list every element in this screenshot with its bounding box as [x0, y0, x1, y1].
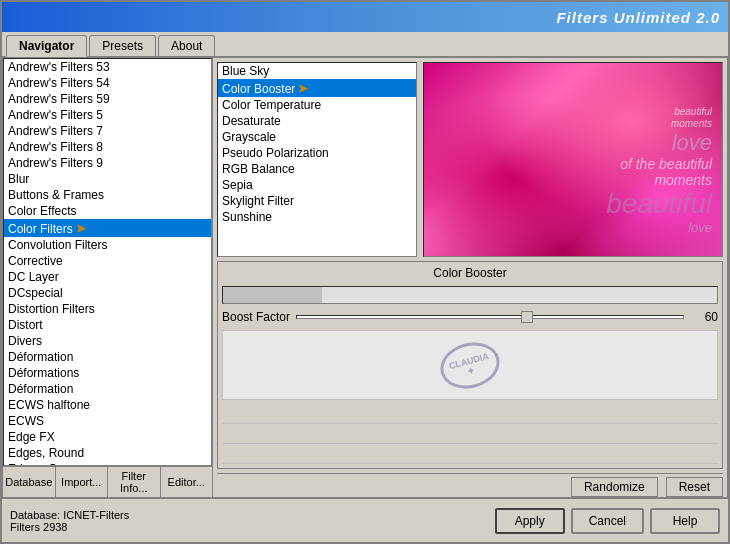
- left-list-item[interactable]: Divers: [4, 333, 211, 349]
- left-list-item[interactable]: Andrew's Filters 5: [4, 107, 211, 123]
- empty-row-1: [222, 406, 718, 424]
- database-value: ICNET-Filters: [63, 509, 129, 521]
- controls-area: Color Booster Boost Factor 60 CLAUDI: [217, 261, 723, 469]
- left-list-item[interactable]: Déformation: [4, 381, 211, 397]
- left-toolbar: Database Import... Filter Info... Editor…: [3, 466, 212, 497]
- filter-info-button[interactable]: Filter Info...: [108, 467, 161, 497]
- left-list-item[interactable]: Andrew's Filters 54: [4, 75, 211, 91]
- boost-factor-row: Boost Factor 60: [222, 310, 718, 324]
- boost-factor-value: 60: [688, 310, 718, 324]
- preview-area: beautiful moments love of the beautiful …: [423, 62, 723, 257]
- left-list-item[interactable]: Andrew's Filters 59: [4, 91, 211, 107]
- import-button[interactable]: Import...: [56, 467, 109, 497]
- filter-title: Color Booster: [222, 266, 718, 280]
- left-list-item[interactable]: Déformations: [4, 365, 211, 381]
- stamp-area: CLAUDIA ✦: [222, 330, 718, 400]
- filters-label: Filters: [10, 521, 40, 533]
- left-panel: Andrew's Filters 53Andrew's Filters 54An…: [3, 58, 213, 497]
- left-list-item[interactable]: DCspecial: [4, 285, 211, 301]
- left-list-item[interactable]: Andrew's Filters 53: [4, 59, 211, 75]
- preview-text-overlay: beautiful moments love of the beautiful …: [606, 106, 712, 236]
- left-list-item[interactable]: Edges, Square: [4, 461, 211, 466]
- status-info: Database: ICNET-Filters Filters 2938: [10, 509, 129, 533]
- database-label: Database:: [10, 509, 60, 521]
- tab-about[interactable]: About: [158, 35, 215, 56]
- left-list-item[interactable]: Andrew's Filters 7: [4, 123, 211, 139]
- subfilter-list-item[interactable]: Grayscale: [218, 129, 416, 145]
- subfilter-list-item[interactable]: RGB Balance: [218, 161, 416, 177]
- editor-button[interactable]: Editor...: [161, 467, 213, 497]
- boost-factor-track[interactable]: [296, 315, 684, 319]
- preview-line5: moments: [606, 172, 712, 188]
- arrow-icon: ➤: [297, 80, 309, 96]
- top-slider[interactable]: [222, 286, 718, 304]
- filter-list-container: Andrew's Filters 53Andrew's Filters 54An…: [3, 58, 212, 466]
- main-window: Filters Unlimited 2.0 Navigator Presets …: [0, 0, 730, 544]
- help-button[interactable]: Help: [650, 508, 720, 534]
- reset-button[interactable]: Reset: [666, 477, 723, 497]
- left-list-item[interactable]: Color Effects: [4, 203, 211, 219]
- left-list-item[interactable]: Blur: [4, 171, 211, 187]
- database-info: Database: ICNET-Filters: [10, 509, 129, 521]
- left-list-item[interactable]: Buttons & Frames: [4, 187, 211, 203]
- preview-line2: moments: [606, 118, 712, 130]
- left-list-item[interactable]: Convolution Filters: [4, 237, 211, 253]
- boost-factor-thumb[interactable]: [521, 311, 533, 323]
- main-content: Andrew's Filters 53Andrew's Filters 54An…: [2, 57, 728, 498]
- empty-rows: [222, 406, 718, 464]
- subfilter-list-item[interactable]: Desaturate: [218, 113, 416, 129]
- watermark-stamp: CLAUDIA ✦: [435, 336, 505, 395]
- preview-line1: beautiful: [606, 106, 712, 118]
- subfilter-list-item[interactable]: Blue Sky: [218, 63, 416, 79]
- arrow-icon: ➤: [75, 220, 87, 236]
- right-panel: Blue SkyColor Booster ➤Color Temperature…: [213, 58, 727, 497]
- preview-image: beautiful moments love of the beautiful …: [424, 63, 722, 256]
- empty-row-3: [222, 446, 718, 464]
- left-list-item[interactable]: Corrective: [4, 253, 211, 269]
- randomize-button[interactable]: Randomize: [571, 477, 658, 497]
- subfilter-list-item[interactable]: Color Booster ➤: [218, 79, 416, 97]
- database-button[interactable]: Database: [3, 467, 56, 497]
- cancel-button[interactable]: Cancel: [571, 508, 644, 534]
- filters-value: 2938: [43, 521, 67, 533]
- subfilter-list[interactable]: Blue SkyColor Booster ➤Color Temperature…: [217, 62, 417, 257]
- window-title: Filters Unlimited 2.0: [556, 9, 720, 26]
- top-slider-fill: [223, 287, 322, 303]
- preview-line3: love: [606, 130, 712, 156]
- filters-info: Filters 2938: [10, 521, 129, 533]
- subfilter-list-item[interactable]: Sepia: [218, 177, 416, 193]
- preview-line7: love: [606, 220, 712, 236]
- tab-navigator[interactable]: Navigator: [6, 35, 87, 57]
- left-list-item[interactable]: Andrew's Filters 9: [4, 155, 211, 171]
- subfilter-list-item[interactable]: Sunshine: [218, 209, 416, 225]
- bottom-buttons: Apply Cancel Help: [495, 508, 720, 534]
- stamp-line2: ✦: [466, 364, 476, 376]
- boost-factor-label: Boost Factor: [222, 310, 292, 324]
- right-toolbar: Randomize Reset: [217, 473, 723, 497]
- preview-line4: of the beautiful: [606, 156, 712, 172]
- status-bar: Database: ICNET-Filters Filters 2938 App…: [2, 498, 728, 542]
- subfilter-list-item[interactable]: Skylight Filter: [218, 193, 416, 209]
- tab-bar: Navigator Presets About: [2, 32, 728, 57]
- left-list-item[interactable]: Color Filters ➤: [4, 219, 211, 237]
- left-list-item[interactable]: Edges, Round: [4, 445, 211, 461]
- left-list-item[interactable]: ECWS halftone: [4, 397, 211, 413]
- window-header: Filters Unlimited 2.0: [2, 2, 728, 32]
- right-top-row: Blue SkyColor Booster ➤Color Temperature…: [217, 62, 723, 257]
- left-list-item[interactable]: Distort: [4, 317, 211, 333]
- subfilter-list-item[interactable]: Color Temperature: [218, 97, 416, 113]
- apply-button[interactable]: Apply: [495, 508, 565, 534]
- left-list-item[interactable]: Déformation: [4, 349, 211, 365]
- left-list-item[interactable]: DC Layer: [4, 269, 211, 285]
- left-list-item[interactable]: Andrew's Filters 8: [4, 139, 211, 155]
- subfilter-list-item[interactable]: Pseudo Polarization: [218, 145, 416, 161]
- left-list-item[interactable]: Edge FX: [4, 429, 211, 445]
- left-list-item[interactable]: Distortion Filters: [4, 301, 211, 317]
- empty-row-2: [222, 426, 718, 444]
- preview-line6: beautiful: [606, 188, 712, 220]
- tab-presets[interactable]: Presets: [89, 35, 156, 56]
- filter-list[interactable]: Andrew's Filters 53Andrew's Filters 54An…: [3, 58, 212, 466]
- left-list-item[interactable]: ECWS: [4, 413, 211, 429]
